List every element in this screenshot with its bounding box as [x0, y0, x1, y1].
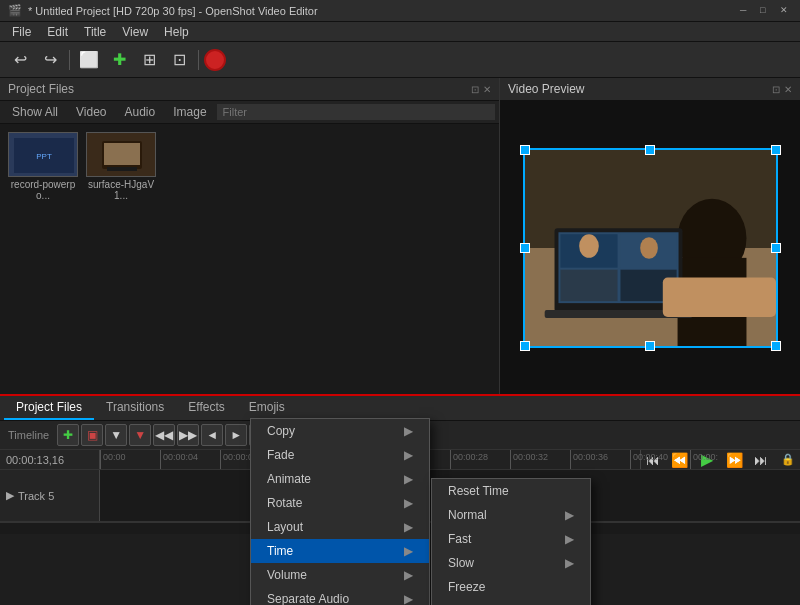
ctx-fade-label: Fade [267, 448, 294, 462]
track-expand-5[interactable]: ▶ [6, 489, 14, 502]
resize-handle-tr[interactable] [771, 145, 781, 155]
pb-prev[interactable]: ⏪ [668, 448, 691, 472]
ctx-separate-audio[interactable]: Separate Audio ▶ [251, 587, 429, 605]
resize-handle-br[interactable] [771, 341, 781, 351]
track-btn-right[interactable]: ► [225, 424, 247, 446]
sub-reset-time[interactable]: Reset Time [432, 479, 590, 503]
tab-project-files[interactable]: Project Files [4, 396, 94, 420]
track-btn-down2[interactable]: ▼ [129, 424, 151, 446]
pb-last[interactable]: ⏭ [750, 448, 773, 472]
sub-slow-label: Slow [448, 556, 474, 570]
sub-fast[interactable]: Fast ▶ [432, 527, 590, 551]
new-button[interactable]: ⬜ [75, 46, 103, 74]
resize-handle-bm[interactable] [645, 341, 655, 351]
resize-handle-ml[interactable] [520, 243, 530, 253]
ctx-layout[interactable]: Layout ▶ [251, 515, 429, 539]
sub-normal-arrow: ▶ [565, 508, 574, 522]
track-btn-red[interactable]: ▣ [81, 424, 103, 446]
ctx-copy-label: Copy [267, 424, 295, 438]
context-menu: Copy ▶ Fade ▶ Animate ▶ Rotate ▶ Layout … [250, 418, 430, 605]
maximize-button[interactable]: □ [760, 5, 772, 17]
menu-view[interactable]: View [114, 23, 156, 41]
submenu: Reset Time Normal ▶ Fast ▶ Slow ▶ Freeze… [431, 478, 591, 605]
ctx-time-label: Time [267, 544, 293, 558]
menu-title[interactable]: Title [76, 23, 114, 41]
project-files-header-icons: ⊡ ✕ [471, 84, 491, 95]
ruler-mark-6: 00:00:40 [630, 450, 668, 469]
ctx-rotate-arrow: ▶ [404, 496, 413, 510]
pf-icon-1: ⊡ [471, 84, 479, 95]
ctx-separate-audio-arrow: ▶ [404, 592, 413, 605]
grid-button[interactable]: ⊞ [135, 46, 163, 74]
bottom-panel: Project Files Transitions Effects Emojis… [0, 396, 800, 605]
main-area: Project Files ⊡ ✕ Show All Video Audio I… [0, 78, 800, 396]
tab-transitions[interactable]: Transitions [94, 396, 176, 420]
ctx-fade[interactable]: Fade ▶ [251, 443, 429, 467]
redo-button[interactable]: ↪ [36, 46, 64, 74]
tab-audio[interactable]: Audio [117, 103, 164, 121]
filter-input[interactable] [217, 104, 495, 120]
track-btn-left[interactable]: ◄ [201, 424, 223, 446]
file-thumbnail-surface [86, 132, 156, 177]
tab-image[interactable]: Image [165, 103, 214, 121]
sub-normal-label: Normal [448, 508, 487, 522]
ctx-copy[interactable]: Copy ▶ [251, 419, 429, 443]
svg-rect-5 [104, 143, 140, 165]
resize-handle-tm[interactable] [645, 145, 655, 155]
ctx-volume[interactable]: Volume ▶ [251, 563, 429, 587]
tab-video[interactable]: Video [68, 103, 114, 121]
pb-lock[interactable]: 🔒 [777, 448, 800, 472]
resize-handle-tl[interactable] [520, 145, 530, 155]
timeline-label: Timeline [8, 429, 49, 441]
track-btn-down[interactable]: ▼ [105, 424, 127, 446]
add-button[interactable]: ✚ [105, 46, 133, 74]
close-button[interactable]: ✕ [780, 5, 792, 17]
minimize-button[interactable]: ─ [740, 5, 752, 17]
resize-handle-mr[interactable] [771, 243, 781, 253]
ctx-animate[interactable]: Animate ▶ [251, 467, 429, 491]
ctx-volume-arrow: ▶ [404, 568, 413, 582]
ctx-rotate[interactable]: Rotate ▶ [251, 491, 429, 515]
ctx-copy-arrow: ▶ [404, 424, 413, 438]
sub-fast-label: Fast [448, 532, 471, 546]
tab-emojis[interactable]: Emojis [237, 396, 297, 420]
sub-normal[interactable]: Normal ▶ [432, 503, 590, 527]
file-thumb-record[interactable]: PPT record-powerpo... [8, 132, 78, 201]
file-thumb-surface[interactable]: surface-HJgaV1... [86, 132, 156, 201]
add-track-button[interactable]: ✚ [57, 424, 79, 446]
svg-point-17 [579, 234, 599, 258]
video-preview-panel: Video Preview ⊡ ✕ [500, 78, 800, 394]
track-btn-next[interactable]: ▶▶ [177, 424, 199, 446]
record-button[interactable] [204, 49, 226, 71]
toolbar-separator-1 [69, 50, 70, 70]
ctx-layout-label: Layout [267, 520, 303, 534]
svg-point-18 [640, 237, 658, 259]
sub-freeze-zoom[interactable]: Freeze & Zoom ▶ [432, 599, 590, 605]
sub-slow-arrow: ▶ [565, 556, 574, 570]
project-files-panel: Project Files ⊡ ✕ Show All Video Audio I… [0, 78, 500, 394]
ctx-volume-label: Volume [267, 568, 307, 582]
sub-freeze[interactable]: Freeze [432, 575, 590, 599]
undo-button[interactable]: ↩ [6, 46, 34, 74]
pb-next[interactable]: ⏩ [723, 448, 746, 472]
track-label-5: ▶ Track 5 [0, 470, 100, 521]
svg-text:PPT: PPT [36, 152, 52, 161]
menu-edit[interactable]: Edit [39, 23, 76, 41]
tab-effects[interactable]: Effects [176, 396, 236, 420]
track-btn-prev[interactable]: ◀◀ [153, 424, 175, 446]
menu-file[interactable]: File [4, 23, 39, 41]
timecode-value: 00:00:13,16 [6, 454, 64, 466]
video-preview-frame [523, 148, 778, 348]
ruler-mark-4: 00:00:32 [510, 450, 548, 469]
sub-slow[interactable]: Slow ▶ [432, 551, 590, 575]
vp-icon-1: ⊡ [772, 84, 780, 95]
ctx-rotate-label: Rotate [267, 496, 302, 510]
video-preview-title: Video Preview [508, 82, 585, 96]
sub-fast-arrow: ▶ [565, 532, 574, 546]
menu-help[interactable]: Help [156, 23, 197, 41]
resize-handle-bl[interactable] [520, 341, 530, 351]
tab-show-all[interactable]: Show All [4, 103, 66, 121]
ctx-time[interactable]: Time ▶ [251, 539, 429, 563]
timecode-display: 00:00:13,16 [0, 450, 100, 469]
layout-button[interactable]: ⊡ [165, 46, 193, 74]
